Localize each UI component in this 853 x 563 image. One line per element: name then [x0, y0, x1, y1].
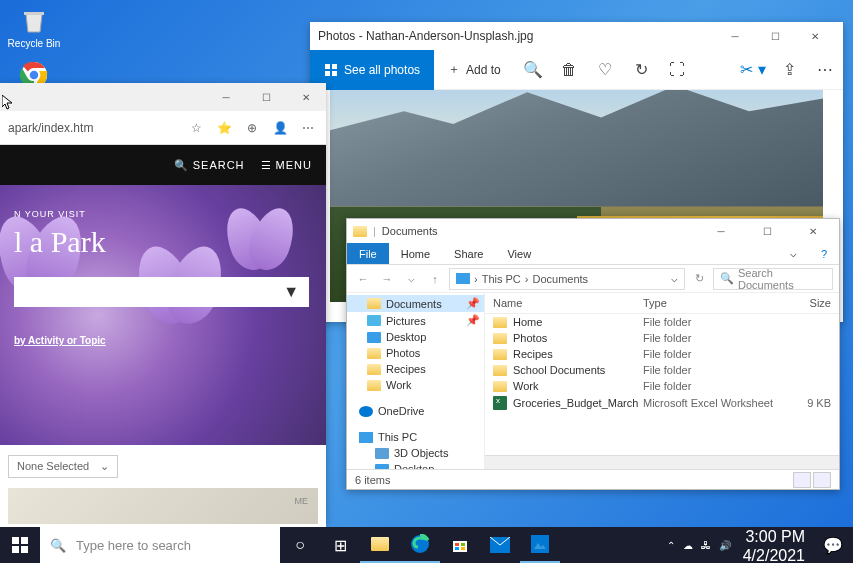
- refresh-button[interactable]: ↻: [689, 272, 709, 285]
- view-icons-button[interactable]: [813, 472, 831, 488]
- folder-icon: [493, 317, 507, 328]
- close-button[interactable]: ✕: [795, 22, 835, 50]
- bookmarks-icon[interactable]: ⭐: [214, 121, 234, 135]
- collections-icon[interactable]: ⊕: [242, 121, 262, 135]
- file-row[interactable]: Groceries_Budget_MarchMicrosoft Excel Wo…: [485, 394, 839, 412]
- tree-documents[interactable]: Documents📌: [347, 295, 484, 312]
- file-row[interactable]: PhotosFile folder: [485, 330, 839, 346]
- crop-button[interactable]: ⛶: [659, 50, 695, 90]
- grid-icon: [324, 63, 338, 77]
- filter-dropdown[interactable]: None Selected⌄: [8, 455, 118, 478]
- minimize-button[interactable]: ─: [206, 83, 246, 111]
- photos-taskbar[interactable]: [520, 527, 560, 563]
- clock[interactable]: 3:00 PM 4/2/2021: [735, 527, 813, 563]
- column-headers[interactable]: Name Type Size: [485, 293, 839, 314]
- explorer-taskbar[interactable]: [360, 527, 400, 563]
- store-taskbar[interactable]: [440, 527, 480, 563]
- explorer-titlebar[interactable]: | Documents ─ ☐ ✕: [347, 219, 839, 243]
- network-tray-icon[interactable]: 🖧: [701, 540, 711, 551]
- favorite-icon[interactable]: ☆: [186, 121, 206, 135]
- tree-recipes[interactable]: Recipes: [347, 361, 484, 377]
- state-dropdown[interactable]: ▼: [14, 277, 309, 307]
- ribbon-help[interactable]: ?: [809, 243, 839, 264]
- folder-icon: [493, 349, 507, 360]
- close-button[interactable]: ✕: [286, 83, 326, 111]
- tab-share[interactable]: Share: [442, 243, 495, 264]
- edge-taskbar[interactable]: [400, 527, 440, 563]
- svg-rect-6: [332, 71, 337, 76]
- recycle-bin-icon: [18, 4, 50, 36]
- svg-rect-7: [12, 537, 19, 544]
- taskview-button[interactable]: ⊞: [320, 527, 360, 563]
- address-bar[interactable]: apark/index.htm ☆ ⭐ ⊕ 👤 ⋯: [0, 111, 326, 145]
- menu-link[interactable]: ☰ MENU: [261, 159, 312, 172]
- start-button[interactable]: [0, 527, 40, 563]
- zoom-button[interactable]: 🔍: [515, 50, 551, 90]
- cortana-button[interactable]: ○: [280, 527, 320, 563]
- file-row[interactable]: WorkFile folder: [485, 378, 839, 394]
- horizontal-scrollbar[interactable]: [485, 455, 839, 469]
- tree-pictures[interactable]: Pictures📌: [347, 312, 484, 329]
- tray-up-icon[interactable]: ⌃: [667, 540, 675, 551]
- more-button[interactable]: ⋯: [807, 50, 843, 90]
- delete-button[interactable]: 🗑: [551, 50, 587, 90]
- maximize-button[interactable]: ☐: [755, 22, 795, 50]
- file-list: Name Type Size HomeFile folderPhotosFile…: [485, 293, 839, 469]
- photos-titlebar[interactable]: Photos - Nathan-Anderson-Unsplash.jpg ─ …: [310, 22, 843, 50]
- menu-icon[interactable]: ⋯: [298, 121, 318, 135]
- notifications-button[interactable]: 💬: [813, 527, 853, 563]
- taskbar-search[interactable]: 🔍 Type here to search: [40, 527, 280, 563]
- trash-icon: 🗑: [561, 61, 577, 79]
- breadcrumb[interactable]: › This PC › Documents ⌵: [449, 268, 685, 290]
- tree-thispc[interactable]: This PC: [347, 429, 484, 445]
- forward-button[interactable]: →: [377, 273, 397, 285]
- tree-desktop2[interactable]: Desktop: [347, 461, 484, 469]
- recycle-bin[interactable]: Recycle Bin: [4, 4, 64, 49]
- minimize-button[interactable]: ─: [701, 217, 741, 245]
- close-button[interactable]: ✕: [793, 217, 833, 245]
- activity-link[interactable]: by Activity or Topic: [14, 335, 309, 346]
- nav-tree: Documents📌 Pictures📌 Desktop Photos Reci…: [347, 293, 485, 469]
- tab-home[interactable]: Home: [389, 243, 442, 264]
- volume-tray-icon[interactable]: 🔊: [719, 540, 731, 551]
- onedrive-tray-icon[interactable]: ☁: [683, 540, 693, 551]
- tree-onedrive[interactable]: OneDrive: [347, 403, 484, 419]
- chevron-down-icon[interactable]: ⌵: [671, 272, 678, 285]
- file-row[interactable]: HomeFile folder: [485, 314, 839, 330]
- system-tray[interactable]: ⌃ ☁ 🖧 🔊: [663, 527, 735, 563]
- tab-file[interactable]: File: [347, 243, 389, 264]
- maximize-button[interactable]: ☐: [747, 217, 787, 245]
- search-link[interactable]: 🔍 SEARCH: [174, 159, 245, 172]
- svg-rect-9: [12, 546, 19, 553]
- windows-icon: [12, 537, 28, 553]
- search-input[interactable]: 🔍 Search Documents: [713, 268, 833, 290]
- tree-desktop[interactable]: Desktop: [347, 329, 484, 345]
- tab-view[interactable]: View: [495, 243, 543, 264]
- mail-icon: [490, 537, 510, 553]
- file-row[interactable]: RecipesFile folder: [485, 346, 839, 362]
- svg-rect-13: [455, 543, 459, 546]
- up-button[interactable]: ↑: [425, 273, 445, 285]
- tree-work[interactable]: Work: [347, 377, 484, 393]
- browser-titlebar[interactable]: ─ ☐ ✕: [0, 83, 326, 111]
- mail-taskbar[interactable]: [480, 527, 520, 563]
- tree-3dobjects[interactable]: 3D Objects: [347, 445, 484, 461]
- file-row[interactable]: School DocumentsFile folder: [485, 362, 839, 378]
- favorite-button[interactable]: ♡: [587, 50, 623, 90]
- recent-button[interactable]: ⌵: [401, 272, 421, 285]
- profile-icon[interactable]: 👤: [270, 121, 290, 135]
- add-to-button[interactable]: ＋ Add to: [434, 61, 515, 78]
- tree-photos[interactable]: Photos: [347, 345, 484, 361]
- view-details-button[interactable]: [793, 472, 811, 488]
- svg-rect-18: [531, 535, 549, 553]
- see-all-photos-button[interactable]: See all photos: [310, 50, 434, 90]
- minimize-button[interactable]: ─: [715, 22, 755, 50]
- maximize-button[interactable]: ☐: [246, 83, 286, 111]
- back-button[interactable]: ←: [353, 273, 373, 285]
- map-preview[interactable]: ME: [8, 488, 318, 524]
- ribbon-expand[interactable]: ⌵: [778, 243, 809, 264]
- share-button[interactable]: ⇪: [771, 50, 807, 90]
- edit-button[interactable]: ✂ ▾: [735, 50, 771, 90]
- rotate-button[interactable]: ↻: [623, 50, 659, 90]
- explorer-address-row: ← → ⌵ ↑ › This PC › Documents ⌵ ↻ 🔍 Sear…: [347, 265, 839, 293]
